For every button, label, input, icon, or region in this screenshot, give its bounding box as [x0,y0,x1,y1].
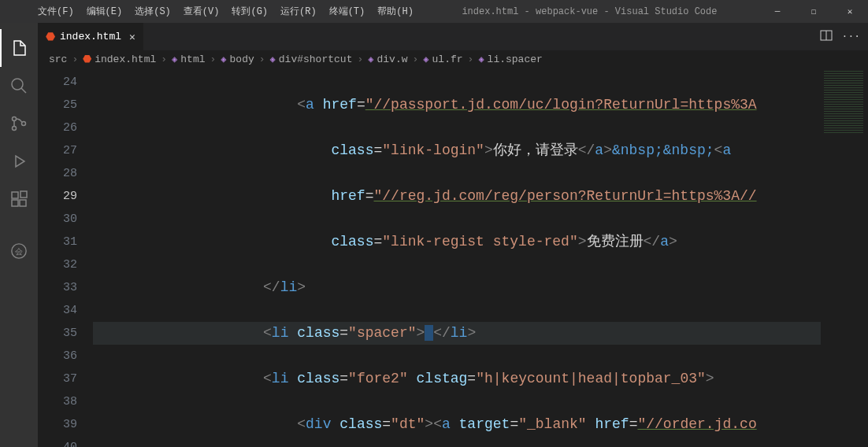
breadcrumb-div-w[interactable]: ◈div.w [368,54,407,65]
editor-content[interactable]: <a href="//passport.jd.com/uc/login?Retu… [93,68,821,447]
account-icon[interactable]: 会 [0,232,38,270]
menu-edit[interactable]: 编辑(E) [80,5,129,18]
menu-goto[interactable]: 转到(G) [225,5,274,18]
line-number: 27 [38,139,77,162]
line-number: 30 [38,208,77,231]
breadcrumb-div-shortcut[interactable]: ◈div#shortcut [270,54,353,65]
menu-terminal[interactable]: 终端(T) [323,5,372,18]
svg-point-2 [13,127,17,131]
tab-actions: ··· [820,23,868,50]
menu-view[interactable]: 查看(V) [177,5,226,18]
menu-select[interactable]: 选择(S) [128,5,177,18]
window-title: index.html - webpack-vue - Visual Studio… [420,6,759,17]
tag-icon: ◈ [478,54,484,65]
editor-area: ⬣ index.html ✕ ··· src › ⬣index.html › ◈… [38,23,868,447]
code-area: 24 25 26 27 28 29 30 31 32 33 34 35 36 3… [38,68,868,447]
svg-rect-6 [20,200,26,206]
breadcrumb-src[interactable]: src [49,54,67,65]
more-icon[interactable]: ··· [842,31,860,42]
menu-bar: 文件(F) 编辑(E) 选择(S) 查看(V) 转到(G) 运行(R) 终端(T… [0,5,420,18]
explorer-icon[interactable] [0,29,38,67]
chevron-right-icon: › [357,54,363,65]
svg-point-3 [22,122,26,126]
line-number: 36 [38,345,77,368]
line-number-active: 29 [38,185,77,208]
activity-bar: 会 [0,23,38,447]
window-controls: ─ ☐ ✕ [759,0,868,23]
tab-index-html[interactable]: ⬣ index.html ✕ [38,23,144,50]
line-gutter: 24 25 26 27 28 29 30 31 32 33 34 35 36 3… [38,68,93,447]
menu-file[interactable]: 文件(F) [32,5,80,18]
minimap[interactable] [821,68,868,447]
split-editor-icon[interactable] [820,29,833,45]
main-layout: 会 ⬣ index.html ✕ ··· src › ⬣index.html ›… [0,23,868,447]
tag-icon: ◈ [221,54,226,65]
breadcrumb-li-spacer[interactable]: ◈li.spacer [478,54,542,65]
line-number: 38 [38,390,77,413]
close-button[interactable]: ✕ [832,0,868,23]
search-icon[interactable] [0,67,38,105]
line-number: 37 [38,368,77,390]
minimize-button[interactable]: ─ [759,0,796,23]
line-number: 31 [38,231,77,253]
line-number: 39 [38,413,77,436]
menu-run[interactable]: 运行(R) [274,5,323,18]
line-number: 33 [38,276,77,299]
title-bar: 文件(F) 编辑(E) 选择(S) 查看(V) 转到(G) 运行(R) 终端(T… [0,0,868,23]
source-control-icon[interactable] [0,105,38,142]
line-number: 35 [38,322,77,345]
tag-icon: ◈ [172,54,177,65]
line-number: 32 [38,253,77,276]
chevron-right-icon: › [161,54,167,65]
menu-help[interactable]: 帮助(H) [371,5,420,18]
line-number: 26 [38,116,77,139]
line-number: 28 [38,162,77,185]
tag-icon: ◈ [423,54,428,65]
close-icon[interactable]: ✕ [129,31,135,43]
tab-label: index.html [60,31,121,42]
html-file-icon: ⬣ [83,53,91,65]
breadcrumb-file[interactable]: ⬣index.html [83,53,156,65]
svg-rect-5 [12,200,18,206]
breadcrumb-html[interactable]: ◈html [172,54,205,65]
breadcrumb-body[interactable]: ◈body [221,54,254,65]
line-number: 40 [38,436,77,447]
chevron-right-icon: › [413,54,419,65]
svg-point-0 [12,79,23,90]
svg-rect-4 [12,192,18,198]
extensions-icon[interactable] [0,180,38,218]
html-file-icon: ⬣ [46,30,55,43]
maximize-button[interactable]: ☐ [796,0,832,23]
debug-icon[interactable] [0,142,38,180]
tab-strip: ⬣ index.html ✕ ··· [38,23,868,50]
breadcrumb-ul-fr[interactable]: ◈ul.fr [423,54,462,65]
line-number: 24 [38,71,77,94]
svg-rect-7 [20,191,27,198]
svg-text:会: 会 [15,247,23,257]
svg-point-1 [13,117,17,121]
breadcrumbs[interactable]: src › ⬣index.html › ◈html › ◈body › ◈div… [38,50,868,68]
chevron-right-icon: › [259,54,265,65]
chevron-right-icon: › [468,54,474,65]
line-number: 34 [38,299,77,322]
tag-icon: ◈ [270,54,276,65]
line-number: 25 [38,94,77,116]
chevron-right-icon: › [210,54,217,65]
tag-icon: ◈ [368,54,373,65]
chevron-right-icon: › [72,54,78,65]
